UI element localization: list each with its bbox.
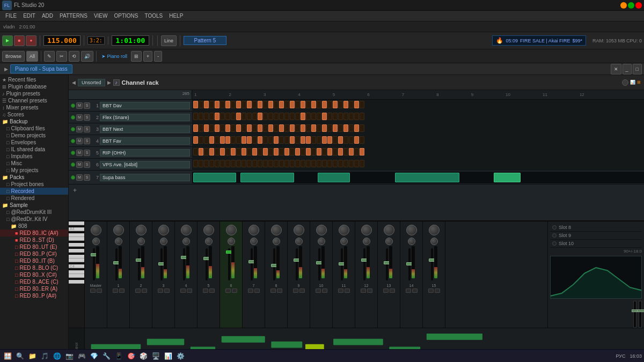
fx-fader-2[interactable] — [639, 301, 642, 328]
ch-mute-7[interactable]: M — [76, 174, 83, 181]
category-selector[interactable]: Unsorted — [78, 79, 105, 86]
mix-fader-6[interactable] — [228, 248, 230, 280]
step-25[interactable] — [327, 101, 332, 108]
mix-btn1-9[interactable] — [293, 289, 298, 293]
ch-led-5[interactable] — [71, 151, 75, 155]
mix-btn2-12[interactable] — [367, 289, 372, 293]
menu-patterns[interactable]: PATTERNS — [56, 13, 91, 19]
mix-btn2-9[interactable] — [299, 289, 305, 293]
step2-10[interactable] — [247, 113, 252, 120]
step-13[interactable] — [263, 101, 268, 108]
mixer-channel-0[interactable]: Master — [85, 221, 107, 328]
step6-25[interactable] — [327, 160, 332, 167]
mixer-channel-6[interactable]: 6 — [220, 221, 243, 328]
step-17[interactable] — [284, 101, 289, 108]
step-23[interactable] — [317, 101, 321, 108]
mix-fader-1[interactable] — [115, 248, 118, 280]
ch-led-7[interactable] — [71, 175, 75, 180]
piano-key-0[interactable] — [69, 221, 84, 225]
step2-23[interactable] — [317, 113, 321, 120]
step5-10[interactable] — [247, 148, 252, 156]
step5-8[interactable] — [236, 148, 241, 156]
step3-24[interactable] — [322, 124, 327, 132]
tool4[interactable]: 🔊 — [81, 51, 93, 62]
step-26[interactable] — [333, 101, 338, 108]
rack-prev[interactable]: ◀ — [72, 80, 76, 85]
mixer-channel-5[interactable]: 5 — [197, 221, 220, 328]
step5-19[interactable] — [295, 148, 300, 156]
step2-26[interactable] — [333, 113, 338, 120]
mix-knob2-12[interactable] — [363, 238, 370, 245]
mix-knob-7[interactable] — [248, 225, 259, 235]
mix-btn2-6[interactable] — [232, 289, 237, 293]
step6-29[interactable] — [349, 160, 354, 167]
sidebar-item-il-shared[interactable]: □ IL shared data — [0, 146, 68, 153]
step3-11[interactable] — [252, 124, 257, 132]
pr-close[interactable]: ✕ — [611, 64, 621, 75]
mix-btn1-5[interactable] — [203, 289, 208, 293]
mix-knob-0[interactable] — [91, 225, 101, 235]
step-27[interactable] — [338, 101, 343, 108]
mix-btn2-15[interactable] — [435, 289, 440, 293]
step2-27[interactable] — [338, 113, 343, 120]
step2-0[interactable] — [193, 113, 198, 120]
mix-knob2-3[interactable] — [160, 238, 167, 245]
step6-17[interactable] — [284, 160, 289, 167]
menu-tools[interactable]: TOOLS — [141, 13, 166, 19]
mix-btn2-11[interactable] — [345, 289, 350, 293]
step-14[interactable] — [268, 101, 273, 108]
step2-5[interactable] — [220, 113, 225, 120]
sidebar-item-808-5[interactable]: □ RED 80..IT (B) — [0, 257, 68, 264]
step3-17[interactable] — [284, 124, 289, 132]
step4-5[interactable] — [220, 136, 225, 144]
ch-solo-7[interactable]: S — [84, 174, 90, 181]
ch-led-6[interactable] — [71, 162, 75, 167]
step6-12[interactable] — [258, 160, 262, 167]
sidebar-item-808[interactable]: 📁 808 — [0, 223, 68, 230]
mixer-channel-3[interactable]: 3 — [152, 221, 175, 328]
step-4[interactable] — [215, 101, 219, 108]
sidebar-item-mixer-presets[interactable]: ↕ Mixer presets — [0, 104, 68, 111]
step2-3[interactable] — [209, 113, 214, 120]
fx-eq-area[interactable] — [550, 256, 642, 299]
pr-min[interactable]: _ — [623, 64, 632, 75]
mix-btn1-10[interactable] — [316, 289, 321, 293]
menu-options[interactable]: OPTIONS — [111, 13, 141, 19]
step5-21[interactable] — [306, 148, 311, 156]
step2-29[interactable] — [349, 113, 354, 120]
sidebar-item-sample[interactable]: 📁 Sample — [0, 202, 68, 209]
menu-edit[interactable]: EDIT — [20, 13, 39, 19]
step2-28[interactable] — [343, 113, 348, 120]
mix-knob2-6[interactable] — [228, 238, 235, 245]
mix-knob-3[interactable] — [158, 225, 169, 235]
step3-25[interactable] — [327, 124, 332, 132]
zoom-out[interactable]: - — [154, 51, 162, 62]
sidebar-item-808-6[interactable]: □ RED 8..BLO (C) — [0, 264, 68, 271]
sidebar-item-808-2[interactable]: ■ RED 8..ST (D) — [0, 237, 68, 243]
ch-name-7[interactable]: Supa bass — [100, 174, 190, 181]
taskbar-icon-4[interactable]: 🎮 — [76, 351, 87, 361]
fx-slot-8[interactable]: Slot 8 — [550, 224, 642, 232]
rack-grid-icon[interactable]: ⊞ — [637, 80, 641, 85]
tool2[interactable]: ✂ — [56, 51, 67, 62]
sidebar-item-backup[interactable]: 📁 Backup — [0, 118, 68, 125]
step6-1[interactable] — [199, 160, 203, 167]
sidebar-item-808-8[interactable]: □ RED 8..ACE (C) — [0, 278, 68, 285]
mix-btn2-10[interactable] — [322, 289, 327, 293]
fx-slot-8-led[interactable] — [552, 225, 557, 230]
sidebar-item-channel-presets[interactable]: ☰ Channel presets — [0, 97, 68, 104]
step6-8[interactable] — [236, 160, 241, 167]
step-20[interactable] — [301, 101, 305, 108]
step3-27[interactable] — [338, 124, 343, 132]
menu-view[interactable]: VIEW — [91, 13, 111, 19]
mixer-channel-7[interactable]: 7 — [243, 221, 265, 328]
step6-2[interactable] — [204, 160, 209, 167]
ch-name-6[interactable]: VPS Ave. [64bit] — [100, 161, 190, 168]
mix-btn2-14[interactable] — [412, 289, 418, 293]
step-18[interactable] — [290, 101, 295, 108]
step4-0[interactable] — [193, 136, 198, 144]
step4-19[interactable] — [295, 136, 300, 144]
sidebar-item-redkit3[interactable]: □ @RedDrumKit III — [0, 209, 68, 216]
mix-knob2-2[interactable] — [137, 238, 145, 245]
taskbar-icon-8[interactable]: 🎯 — [126, 351, 136, 361]
